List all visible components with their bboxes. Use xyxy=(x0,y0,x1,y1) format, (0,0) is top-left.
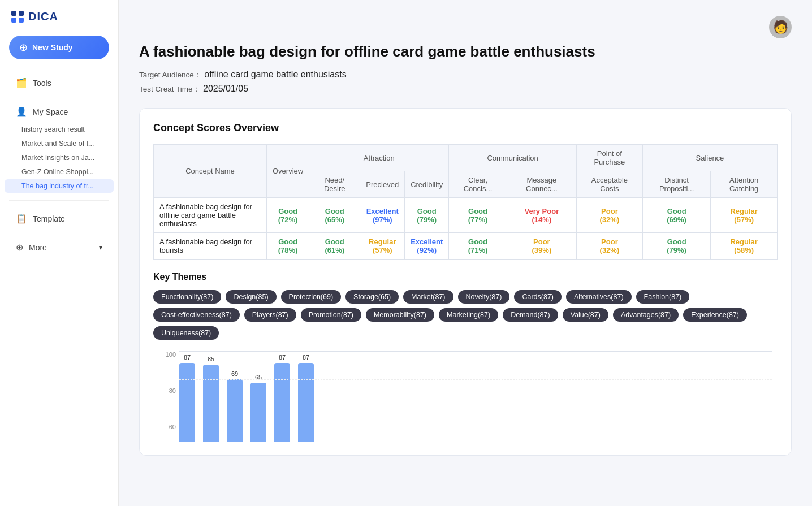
bar-column: 85 xyxy=(203,356,219,442)
bar-rect xyxy=(203,365,219,442)
tools-label: Tools xyxy=(33,79,51,88)
distinct-cell: Good(69%) xyxy=(642,198,711,233)
theme-tag[interactable]: Memorability(87) xyxy=(366,308,434,322)
sidebar-section-more: ⊕ More ▾ xyxy=(0,233,118,262)
myspace-icon: 👤 xyxy=(16,106,27,117)
theme-tag[interactable]: Functionality(87) xyxy=(153,290,221,304)
theme-tag[interactable]: Alternatives(87) xyxy=(566,290,632,304)
sidebar-section-template: 📋 Template xyxy=(0,204,118,233)
table-row: A fashionable bag design for offline car… xyxy=(154,198,778,233)
bar-rect xyxy=(179,363,195,442)
bar-column: 87 xyxy=(179,354,195,442)
acceptable-cell: Poor(32%) xyxy=(576,233,642,260)
sidebar-item-more[interactable]: ⊕ More ▾ xyxy=(5,237,114,258)
chart-y-labels: 100 80 60 xyxy=(159,351,179,442)
attention-cell: Regular(58%) xyxy=(711,233,778,260)
y-label-80: 80 xyxy=(159,387,176,394)
sidebar-sub-market-scale[interactable]: Market and Scale of t... xyxy=(5,137,114,150)
th-point-of-purchase: Point of Purchase xyxy=(576,145,642,171)
logo-dot-1 xyxy=(11,11,16,16)
sidebar-divider xyxy=(9,200,109,201)
sidebar-item-myspace[interactable]: 👤 My Space xyxy=(5,101,114,122)
th-precieved: Precieved xyxy=(360,171,405,198)
bar-column: 87 xyxy=(298,354,314,442)
bar-rect xyxy=(227,379,243,442)
new-study-label: New Study xyxy=(32,43,73,52)
avatar[interactable]: 🧑 xyxy=(769,16,792,38)
theme-tag[interactable]: Marketing(87) xyxy=(439,308,498,322)
table-row: A fashionable bag design for tourists Go… xyxy=(154,233,778,260)
more-icon: ⊕ xyxy=(16,242,23,253)
credibility-cell: Good(79%) xyxy=(405,198,449,233)
message-cell: Poor(39%) xyxy=(507,233,576,260)
logo-text: DICA xyxy=(28,10,58,23)
need-desire-cell: Good(61%) xyxy=(309,233,360,260)
scores-card: Concept Scores Overview Concept Name Ove… xyxy=(139,108,792,456)
theme-tag[interactable]: Market(87) xyxy=(403,290,453,304)
bar-label: 87 xyxy=(184,354,191,361)
myspace-label: My Space xyxy=(33,107,68,116)
theme-tag[interactable]: Design(85) xyxy=(226,290,276,304)
theme-tag[interactable]: Promotion(87) xyxy=(301,308,361,322)
bar-column: 69 xyxy=(227,370,243,442)
bar-label: 85 xyxy=(208,356,214,362)
th-attraction: Attraction xyxy=(309,145,449,171)
th-salience: Salience xyxy=(642,145,777,171)
theme-tag[interactable]: Storage(65) xyxy=(345,290,399,304)
precieved-cell: Regular(57%) xyxy=(360,233,405,260)
test-creat-time-label: Test Creat Time： xyxy=(139,85,201,93)
th-credibility: Credibility xyxy=(405,171,449,198)
message-cell: Very Poor(14%) xyxy=(507,198,576,233)
theme-tag[interactable]: Experience(87) xyxy=(683,308,747,322)
key-themes-title: Key Themes xyxy=(153,272,778,282)
sidebar-item-tools[interactable]: 🗂️ Tools xyxy=(5,72,114,93)
logo: DICA xyxy=(0,0,118,31)
plus-icon: ⊕ xyxy=(19,41,28,54)
theme-tag[interactable]: Protection(69) xyxy=(281,290,342,304)
theme-tag[interactable]: Value(87) xyxy=(563,308,608,322)
clear-cell: Good(71%) xyxy=(449,233,507,260)
tools-icon: 🗂️ xyxy=(16,77,27,88)
th-distinct-propositi: Distinct Propositi... xyxy=(642,171,711,198)
page-title: A fashionable bag design for offline car… xyxy=(139,43,792,60)
new-study-button[interactable]: ⊕ New Study xyxy=(9,36,109,59)
theme-tag[interactable]: Cost-effectiveness(87) xyxy=(153,308,240,322)
need-desire-cell: Good(65%) xyxy=(309,198,360,233)
sidebar-sub-market-insights[interactable]: Market Insights on Ja... xyxy=(5,151,114,165)
distinct-cell: Good(79%) xyxy=(642,233,711,260)
template-label: Template xyxy=(33,214,65,223)
chevron-down-icon: ▾ xyxy=(99,244,102,252)
theme-tag[interactable]: Novelty(87) xyxy=(458,290,510,304)
sidebar-sub-bag-industry[interactable]: The bag industry of tr... xyxy=(5,179,114,193)
scores-card-title: Concept Scores Overview xyxy=(153,122,778,134)
precieved-cell: Excellent(97%) xyxy=(360,198,405,233)
sidebar-section-myspace: 👤 My Space history search result Market … xyxy=(0,97,118,197)
th-overview: Overview xyxy=(267,145,309,198)
test-creat-time-row: Test Creat Time： 2025/01/05 xyxy=(139,84,792,94)
target-audience-value: offline card game battle enthusiasts xyxy=(204,70,346,79)
target-audience-row: Target Audience： offline card game battl… xyxy=(139,70,792,80)
attention-cell: Regular(57%) xyxy=(711,198,778,233)
theme-tag[interactable]: Advantages(87) xyxy=(613,308,679,322)
th-communication: Communication xyxy=(449,145,577,171)
sidebar-item-template[interactable]: 📋 Template xyxy=(5,208,114,229)
theme-tag[interactable]: Uniqueness(87) xyxy=(153,326,219,340)
acceptable-cell: Poor(32%) xyxy=(576,198,642,233)
bar-rect xyxy=(298,363,314,442)
th-acceptable-costs: Acceptable Costs xyxy=(576,171,642,198)
theme-tag[interactable]: Players(87) xyxy=(244,308,296,322)
bar-rect xyxy=(250,383,266,442)
bar-label: 69 xyxy=(231,370,238,377)
bar-label: 87 xyxy=(279,354,286,361)
theme-tag[interactable]: Cards(87) xyxy=(514,290,562,304)
overview-cell: Good(72%) xyxy=(267,198,309,233)
bar-rect xyxy=(274,363,290,442)
more-label: More xyxy=(29,243,47,252)
concept-name-cell: A fashionable bag design for offline car… xyxy=(154,198,267,233)
y-label-100: 100 xyxy=(159,351,176,358)
sidebar-sub-genz[interactable]: Gen-Z Online Shoppi... xyxy=(5,165,114,179)
sidebar-sub-history[interactable]: history search result xyxy=(5,123,114,136)
theme-tag[interactable]: Fashion(87) xyxy=(636,290,690,304)
theme-tag[interactable]: Demand(87) xyxy=(503,308,558,322)
chart-area: 100 80 60 87 85 69 65 87 xyxy=(153,351,778,442)
